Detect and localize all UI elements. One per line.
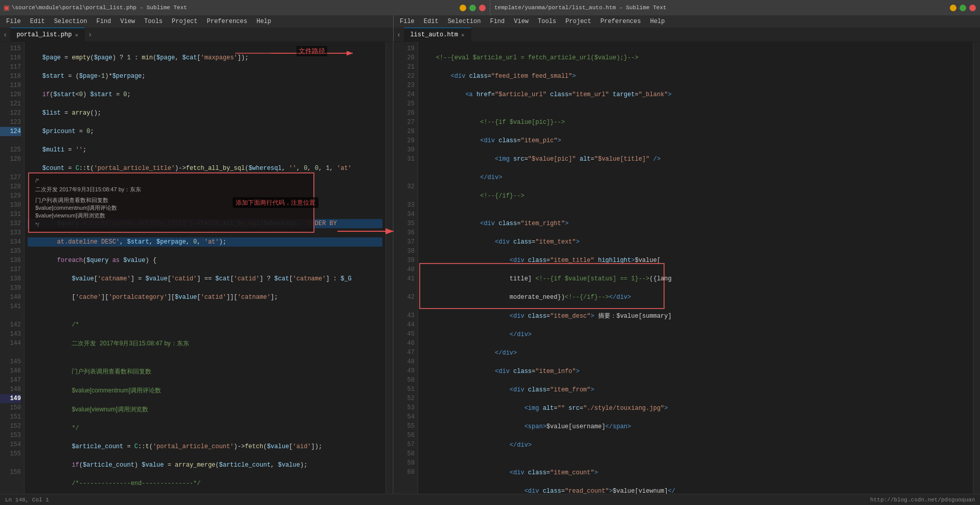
- minimize-btn-right[interactable]: [950, 5, 956, 11]
- menu-edit-right[interactable]: Edit: [420, 17, 443, 26]
- right-scrollbar[interactable]: [973, 42, 980, 494]
- left-editor-pane: 115 116 117 118 119 120 121 122 123 124 …: [0, 42, 394, 494]
- code-line: <!--{if $value[pic]}-->: [421, 118, 970, 127]
- menu-project-left[interactable]: Project: [168, 17, 201, 26]
- code-line: </div>: [421, 441, 970, 450]
- maximize-btn-right[interactable]: [960, 5, 966, 11]
- code-line: $count = C::t('portal_article_title')->f…: [28, 164, 382, 173]
- code-line: /*--------------end--------------*/: [28, 479, 382, 488]
- menu-tools-right[interactable]: Tools: [534, 17, 560, 26]
- left-menu-bar: File Edit Selection Find View Tools Proj…: [0, 15, 394, 28]
- left-code-content[interactable]: $page = empty($page) ? 1 : min($page, $c…: [25, 42, 385, 494]
- menu-bars-row: File Edit Selection Find View Tools Proj…: [0, 15, 980, 28]
- code-line: <div class="item_from">: [421, 385, 970, 394]
- tab-label-right: list_auto.htm: [410, 31, 458, 38]
- tab-close-left[interactable]: ✕: [75, 32, 78, 38]
- tab-scroll-left[interactable]: ‹: [0, 28, 10, 41]
- code-line: $value[viewnum]调用浏览数: [28, 405, 382, 414]
- right-title-bar: template/yuanma/portal/list_auto.htm - S…: [490, 0, 980, 15]
- right-window-controls: [950, 5, 976, 11]
- code-line: if($article_count) $value = array_merge(…: [28, 460, 382, 470]
- code-line: <div class="item_text">: [421, 237, 970, 247]
- right-line-numbers: 19 20 21 22 23 24 25 26 27 28 29 30 31 3…: [394, 42, 418, 494]
- code-line: <div class="item_pic">: [421, 136, 970, 145]
- code-line: <img src="$value[pic]" alt="$value[title…: [421, 155, 970, 164]
- tab-portal-list[interactable]: portal_list.php ✕: [10, 28, 85, 41]
- code-line: ['cache']['portalcategory'][$value['cati…: [28, 293, 382, 302]
- menu-selection-right[interactable]: Selection: [444, 17, 485, 26]
- menu-help-right[interactable]: Help: [646, 17, 669, 26]
- menu-selection-left[interactable]: Selection: [50, 17, 92, 26]
- menu-preferences-right[interactable]: Preferences: [597, 17, 645, 26]
- menu-find-right[interactable]: Find: [486, 17, 509, 26]
- code-line: <!--{/if}-->: [421, 191, 970, 201]
- code-line: <div class="item_title" highlight>$value…: [421, 256, 970, 265]
- left-window-controls: [460, 5, 486, 11]
- code-line: <div class="item_count">: [421, 468, 970, 477]
- code-line: <div class="feed_item feed_small">: [421, 72, 970, 81]
- code-line: <span>$value[username]</span>: [421, 422, 970, 431]
- menu-file-left[interactable]: File: [2, 17, 25, 26]
- annotation-line3: $value[viewnum]调用浏览数: [35, 212, 307, 219]
- code-line: <!--{eval $article_url = fetch_article_u…: [421, 53, 970, 62]
- code-line: */: [28, 424, 382, 433]
- left-title-bar: ▣ \source\module\portal\portal_list.php …: [0, 0, 490, 15]
- bottom-url: http://blog.csdn.net/pdsguoquan: [870, 497, 975, 503]
- code-line: $multi = '';: [28, 145, 382, 155]
- code-line: $value['catname'] = $value['catid'] == $…: [28, 274, 382, 283]
- menu-view-right[interactable]: View: [510, 17, 533, 26]
- menu-preferences-left[interactable]: Preferences: [203, 17, 252, 26]
- left-scrollbar[interactable]: [385, 42, 393, 494]
- code-line: <img alt="" src="./style/touxiang.jpg">: [421, 404, 970, 413]
- menu-tools-left[interactable]: Tools: [140, 17, 167, 26]
- code-line: $value[commentnum]调用评论数: [28, 386, 382, 396]
- editors-main: 115 116 117 118 119 120 121 122 123 124 …: [0, 42, 980, 494]
- code-line: if($start<0) $start = 0;: [28, 90, 382, 99]
- tab-bars-row: ‹ portal_list.php ✕ › ‹ list_auto.htm ✕: [0, 28, 980, 42]
- left-tab-bar: ‹ portal_list.php ✕ ›: [0, 28, 394, 42]
- menu-find-left[interactable]: Find: [92, 17, 115, 26]
- code-line: /*: [28, 320, 382, 330]
- right-code-content[interactable]: <!--{eval $article_url = fetch_article_u…: [418, 42, 973, 494]
- menu-edit-left[interactable]: Edit: [26, 17, 49, 26]
- code-line: 门户列表调用查看数和回复数: [28, 367, 382, 377]
- close-btn-right[interactable]: [969, 5, 976, 11]
- code-line: <div class="item_desc"> 摘要：$value[summar…: [421, 311, 970, 321]
- tab-close-right[interactable]: ✕: [461, 32, 465, 38]
- menu-project-right[interactable]: Project: [561, 17, 595, 26]
- code-line: <div class="item_right">: [421, 219, 970, 228]
- file-path-label: 文件路径: [297, 46, 327, 56]
- maximize-btn-left[interactable]: [469, 5, 476, 11]
- minimize-btn-left[interactable]: [460, 5, 466, 11]
- annotation-title: 二次开发 2017年9月3日15:08:47 by：东东: [35, 186, 307, 193]
- right-tab-scroll-left[interactable]: ‹: [394, 28, 404, 41]
- code-line: $list = array();: [28, 108, 382, 118]
- menu-file-right[interactable]: File: [396, 17, 419, 26]
- code-line: foreach($query as $value) {: [28, 256, 382, 265]
- status-left: Ln 148, Col 1: [5, 497, 49, 503]
- tab-scroll-right[interactable]: ›: [85, 28, 95, 41]
- menu-help-left[interactable]: Help: [253, 17, 276, 26]
- left-line-numbers: 115 116 117 118 119 120 121 122 123 124 …: [0, 42, 25, 494]
- code-line: <div class="item_info">: [421, 367, 970, 376]
- status-bar: Ln 148, Col 1 http://blog.csdn.net/pdsgu…: [0, 494, 980, 505]
- right-editor-pane: 19 20 21 22 23 24 25 26 27 28 29 30 31 3…: [394, 42, 980, 494]
- code-line: $page = empty($page) ? 1 : min($page, $c…: [28, 53, 382, 62]
- code-line: $start = ($page-1)*$perpage;: [28, 72, 382, 81]
- right-window-title: template/yuanma/portal/list_auto.htm - S…: [494, 5, 667, 11]
- tab-list-auto[interactable]: list_auto.htm ✕: [404, 28, 471, 41]
- left-window-icon: ▣: [4, 3, 9, 13]
- close-btn-left[interactable]: [479, 5, 486, 11]
- code-line: </div>: [421, 348, 970, 358]
- code-line: </div>: [421, 173, 970, 182]
- code-line: 二次开发 2017年9月3日15:08:47 by：东东: [28, 339, 382, 348]
- title-bars-row: ▣ \source\module\portal\portal_list.php …: [0, 0, 980, 15]
- code-line: at.dateline DESC', $start, $perpage, 0, …: [28, 237, 382, 247]
- menu-view-left[interactable]: View: [116, 17, 139, 26]
- left-annotation-box: /* 二次开发 2017年9月3日15:08:47 by：东东 门户列表调用查看…: [28, 172, 314, 233]
- left-window-title: \source\module\portal\portal_list.php - …: [12, 5, 187, 11]
- code-line: </div>: [421, 330, 970, 339]
- code-line: moderate_need})<!--{/if}--></div>: [421, 293, 970, 302]
- code-line: $pricount = 0;: [28, 127, 382, 136]
- right-tab-bar: ‹ list_auto.htm ✕: [394, 28, 980, 42]
